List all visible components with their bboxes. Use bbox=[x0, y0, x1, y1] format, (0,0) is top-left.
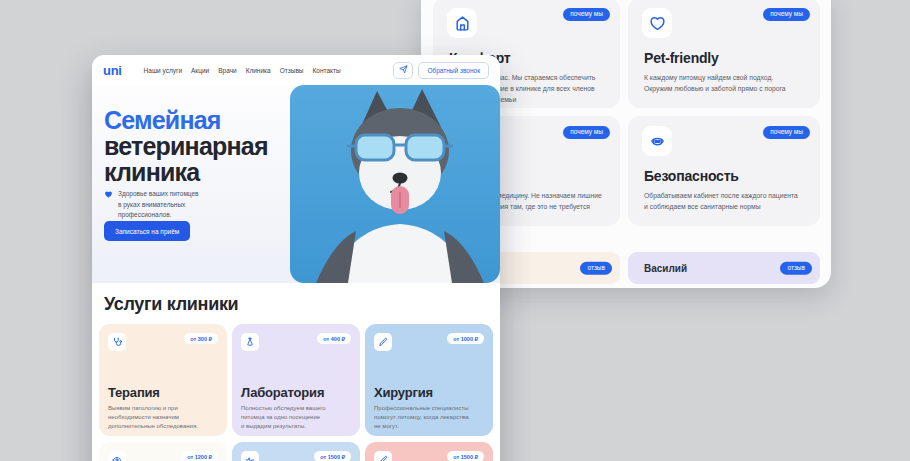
nav-item-clinic[interactable]: Клиника bbox=[246, 67, 271, 74]
services-grid: от 300 ₽ Терапия Выявим патологию и при … bbox=[92, 315, 500, 461]
why-us-badge: почему мы bbox=[563, 8, 610, 21]
nav-item-contacts[interactable]: Контакты bbox=[313, 67, 341, 74]
desktop-background: почему мы Комфорт нас. Мы стараемся обес… bbox=[0, 0, 910, 461]
pulse-icon bbox=[241, 451, 259, 461]
service-card-cardiology[interactable]: от 1500 ₽ bbox=[232, 442, 360, 461]
services-heading: Услуги клиники bbox=[92, 283, 500, 315]
service-card-surgery[interactable]: от 1000 ₽ Хирургия Профессиональные спец… bbox=[365, 324, 493, 436]
hero-title-rest: ветеринарная клиника bbox=[104, 132, 268, 186]
service-card-therapy[interactable]: от 300 ₽ Терапия Выявим патологию и при … bbox=[99, 324, 227, 436]
send-message-button[interactable] bbox=[393, 62, 413, 79]
husky-photo bbox=[290, 85, 500, 283]
service-title: Лаборатория bbox=[241, 385, 351, 400]
hero-tagline-row: Здоровье ваших питомцев в руках внимател… bbox=[104, 189, 199, 221]
service-card-laboratory[interactable]: от 400 ₽ Лаборатория Полностью обследуем… bbox=[232, 324, 360, 436]
feature-card-safety: почему мы Безопасность Обрабатываем каби… bbox=[628, 116, 820, 226]
feature-title: Безопасность bbox=[644, 168, 739, 184]
hero-section: Семейнаяветеринарная клиника Здоровье ва… bbox=[92, 85, 500, 283]
service-description: Профессиональные специалисты помогут пит… bbox=[374, 404, 484, 431]
medical-mask-icon bbox=[642, 126, 672, 156]
price-badge: от 1500 ₽ bbox=[314, 451, 351, 461]
site-navbar: uni Наши услуги Акции Врачи Клиника Отзы… bbox=[92, 55, 500, 85]
nav-item-reviews[interactable]: Отзывы bbox=[280, 67, 304, 74]
price-badge: от 400 ₽ bbox=[317, 333, 351, 344]
review-card: Василий отзыв bbox=[628, 252, 820, 284]
feature-description: Обрабатываем кабинет после каждого пацие… bbox=[644, 190, 810, 212]
nav-item-doctors[interactable]: Врачи bbox=[218, 67, 236, 74]
hero-title: Семейнаяветеринарная клиника bbox=[104, 107, 292, 185]
feature-description: К каждому питомцу найдем свой подход. Ок… bbox=[644, 72, 810, 94]
eye-icon bbox=[108, 451, 126, 461]
price-badge: от 300 ₽ bbox=[184, 333, 218, 344]
paper-plane-icon bbox=[399, 65, 408, 75]
feature-description: нас. Мы стараемся обеспечить ние в клини… bbox=[497, 72, 610, 106]
heart-icon bbox=[104, 190, 113, 199]
main-navigation: Наши услуги Акции Врачи Клиника Отзывы К… bbox=[144, 67, 341, 74]
hero-title-accent: Семейная bbox=[104, 107, 292, 133]
pen-icon bbox=[374, 451, 392, 461]
review-badge: отзыв bbox=[780, 262, 812, 275]
service-card-ophthalmology[interactable]: от 1200 ₽ bbox=[99, 442, 227, 461]
price-badge: от 1500 ₽ bbox=[447, 451, 484, 461]
callback-button[interactable]: Обратный звонок bbox=[418, 62, 489, 79]
service-title: Хирургия bbox=[374, 385, 484, 400]
why-us-badge: почему мы bbox=[563, 126, 610, 139]
service-description: Полностью обследуем вашего питомца за од… bbox=[241, 404, 351, 431]
nav-item-services[interactable]: Наши услуги bbox=[144, 67, 182, 74]
nav-item-promos[interactable]: Акции bbox=[191, 67, 209, 74]
review-badge: отзыв bbox=[580, 262, 612, 275]
price-badge: от 1200 ₽ bbox=[181, 451, 218, 461]
stethoscope-icon bbox=[108, 333, 126, 351]
home-icon bbox=[447, 8, 477, 38]
book-appointment-button[interactable]: Записаться на приём bbox=[104, 221, 190, 241]
services-section: Услуги клиники от 300 ₽ Терапия Выявим п… bbox=[92, 283, 500, 461]
feature-card-pet-friendly: почему мы Pet-friendly К каждому питомцу… bbox=[628, 0, 820, 108]
flask-icon bbox=[241, 333, 259, 351]
hero-tagline: Здоровье ваших питомцев в руках внимател… bbox=[118, 189, 199, 221]
navbar-actions: Обратный звонок bbox=[393, 62, 489, 79]
service-card-vaccination[interactable]: от 1500 ₽ bbox=[365, 442, 493, 461]
why-us-badge: почему мы bbox=[763, 8, 810, 21]
scalpel-icon bbox=[374, 333, 392, 351]
reviewer-name: Василий bbox=[644, 263, 687, 274]
price-badge: от 1000 ₽ bbox=[447, 333, 484, 344]
service-description: Выявим патологию и при необходимости наз… bbox=[108, 404, 218, 431]
clinic-site-window: uni Наши услуги Акции Врачи Клиника Отзы… bbox=[92, 55, 500, 461]
feature-description: медицину. Не назначаем лишние ния там, г… bbox=[497, 190, 610, 212]
service-title: Терапия bbox=[108, 385, 218, 400]
feature-title: Pet-friendly bbox=[644, 50, 719, 66]
why-us-badge: почему мы bbox=[763, 126, 810, 139]
heart-icon bbox=[642, 8, 672, 38]
site-logo[interactable]: uni bbox=[103, 63, 122, 78]
